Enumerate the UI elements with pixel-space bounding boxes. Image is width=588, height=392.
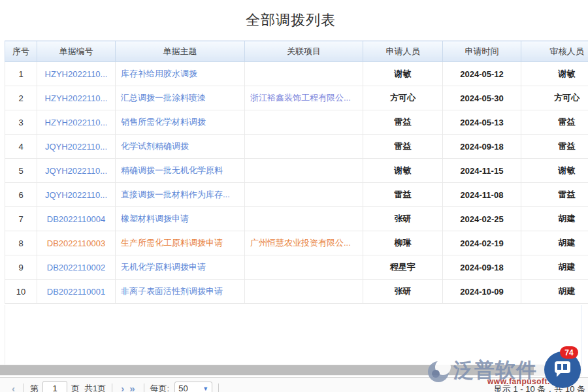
doc-code-link[interactable]: JQYH2022110... <box>45 166 107 176</box>
row-index-cell: 4 <box>5 135 37 159</box>
doc-subject-link[interactable]: 无机化学原料调拨申请 <box>121 262 206 272</box>
doc-code-link[interactable]: HZYH2022110... <box>45 118 108 127</box>
row-index-cell: 3 <box>5 110 37 135</box>
apply-date-cell: 2024-05-13 <box>443 110 521 135</box>
apply-date-cell: 2024-11-08 <box>443 183 521 207</box>
row-index-cell: 1 <box>5 62 37 86</box>
reviewer-cell: 谢敏 <box>521 159 588 183</box>
doc-subject-link[interactable]: 精确调拨一批无机化学原料 <box>121 165 223 175</box>
doc-code-link[interactable]: JQYH2022110... <box>45 190 107 200</box>
col-header-reviewer[interactable]: 审核人员 <box>521 41 588 62</box>
transfer-list-page: 全部调拨列表 序号 单据编号 单据主题 关联项目 申请人员 申请时间 审核人员 … <box>0 0 588 392</box>
row-index-cell: 10 <box>5 280 37 304</box>
row-index-cell: 2 <box>5 86 37 110</box>
reviewer-cell: 胡建 <box>521 231 588 255</box>
table-row: 7 DB2022110004 橡塑材料调拨申请 张研 2024-02-25 胡建 <box>5 207 588 231</box>
apply-date-cell: 2024-11-15 <box>443 159 521 183</box>
transfer-table: 序号 单据编号 单据主题 关联项目 申请人员 申请时间 审核人员 1 HZYH2… <box>5 41 588 304</box>
row-index-cell: 9 <box>5 255 37 280</box>
doc-subject-link[interactable]: 非离子表面活性剂调拨申请 <box>121 286 223 296</box>
next-page-button[interactable]: › <box>121 384 124 392</box>
table-row: 10 DB2022110001 非离子表面活性剂调拨申请 张研 2024-10-… <box>5 280 588 304</box>
fanpu-logo-icon <box>426 359 451 384</box>
table-row: 3 HZYH2022110... 销售所需化学材料调拨 雷益 2024-05-1… <box>5 110 588 135</box>
reviewer-cell: 胡建 <box>521 255 588 280</box>
doc-code-link[interactable]: DB2022110003 <box>47 238 105 248</box>
reviewer-cell: 雷益 <box>521 135 588 159</box>
col-header-doc-code[interactable]: 单据编号 <box>37 41 116 62</box>
divider <box>112 384 112 392</box>
applicant-cell: 谢敏 <box>363 62 443 86</box>
apply-date-cell: 2024-05-12 <box>443 62 521 86</box>
applicant-cell: 张研 <box>363 280 443 304</box>
table-header-row: 序号 单据编号 单据主题 关联项目 申请人员 申请时间 审核人员 <box>5 41 588 62</box>
row-index-cell: 7 <box>5 207 37 231</box>
page-size-label: 每页: <box>150 383 170 392</box>
grid-right-border <box>581 305 581 365</box>
page-label-prefix: 第 <box>30 383 39 392</box>
row-index-cell: 6 <box>5 183 37 207</box>
applicant-cell: 程星宇 <box>363 255 443 280</box>
divider <box>144 384 144 392</box>
apply-date-cell: 2024-05-30 <box>443 86 521 110</box>
doc-code-link[interactable]: JQYH2022110... <box>45 142 107 152</box>
apply-date-cell: 2024-09-18 <box>443 255 521 280</box>
doc-subject-link[interactable]: 汇总调拨一批涂料喷漆 <box>121 93 206 103</box>
notification-badge: 74 <box>560 346 578 359</box>
reviewer-cell: 胡建 <box>521 280 588 304</box>
doc-code-link[interactable]: DB2022110002 <box>47 263 105 272</box>
prev-page-button[interactable]: ‹ <box>12 384 15 392</box>
apply-date-cell: 2024-09-18 <box>443 135 521 159</box>
chat-bubble-icon <box>555 361 570 373</box>
last-page-button[interactable]: » <box>129 384 135 392</box>
reviewer-cell: 方可心 <box>521 86 588 110</box>
applicant-cell: 柳琳 <box>363 231 443 255</box>
doc-subject-link[interactable]: 化学试剂精确调拨 <box>121 141 189 151</box>
table-row: 6 JQYH2022110... 直接调拨一批材料作为库存... 雷益 2024… <box>5 183 588 207</box>
doc-code-link[interactable]: HZYH2022110... <box>45 93 108 103</box>
total-pages-label: 共1页 <box>84 383 106 392</box>
page-label-suffix: 页 <box>71 383 80 392</box>
applicant-cell: 方可心 <box>363 86 443 110</box>
applicant-cell: 雷益 <box>363 110 443 135</box>
doc-subject-link[interactable]: 橡塑材料调拨申请 <box>121 214 189 223</box>
reviewer-cell: 雷益 <box>521 110 588 135</box>
chevron-down-icon: ▼ <box>203 385 208 392</box>
page-title: 全部调拨列表 <box>0 10 581 30</box>
divider <box>24 384 24 392</box>
doc-subject-link[interactable]: 库存补给用胶水调拨 <box>121 69 197 78</box>
apply-date-cell: 2024-02-19 <box>443 231 521 255</box>
project-link[interactable]: 浙江裕鑫装饰工程有限公... <box>250 93 351 103</box>
applicant-cell: 张研 <box>363 207 443 231</box>
reviewer-cell: 雷益 <box>521 183 588 207</box>
table-row: 1 HZYH2022110... 库存补给用胶水调拨 谢敏 2024-05-12… <box>5 62 588 86</box>
table-row: 4 JQYH2022110... 化学试剂精确调拨 雷益 2024-09-18 … <box>5 135 588 159</box>
col-header-apply-date[interactable]: 申请时间 <box>443 41 521 62</box>
doc-code-link[interactable]: DB2022110004 <box>47 214 105 224</box>
row-index-cell: 5 <box>5 159 37 183</box>
reviewer-cell: 胡建 <box>521 207 588 231</box>
table-row: 8 DB2022110003 生产所需化工原料调拨申请 广州恒慧农业投资有限公.… <box>5 231 588 255</box>
page-size-value: 50 <box>178 384 188 392</box>
doc-code-link[interactable]: DB2022110001 <box>47 287 105 297</box>
col-header-index[interactable]: 序号 <box>5 41 37 62</box>
divider <box>218 384 219 392</box>
page-size-select[interactable]: 50 ▼ <box>174 382 212 392</box>
row-index-cell: 8 <box>5 231 37 255</box>
table-row: 2 HZYH2022110... 汇总调拨一批涂料喷漆 浙江裕鑫装饰工程有限公.… <box>5 86 588 110</box>
applicant-cell: 雷益 <box>363 183 443 207</box>
doc-subject-link[interactable]: 销售所需化学材料调拨 <box>121 117 206 127</box>
applicant-cell: 谢敏 <box>363 159 443 183</box>
table-row: 9 DB2022110002 无机化学原料调拨申请 程星宇 2024-09-18… <box>5 255 588 280</box>
doc-subject-link[interactable]: 生产所需化工原料调拨申请 <box>121 238 223 248</box>
col-header-applicant[interactable]: 申请人员 <box>363 41 443 62</box>
doc-subject-link[interactable]: 直接调拨一批材料作为库存... <box>121 189 230 199</box>
project-link[interactable]: 广州恒慧农业投资有限公... <box>250 238 351 248</box>
page-number-input[interactable] <box>42 381 67 392</box>
reviewer-cell: 谢敏 <box>521 62 588 86</box>
col-header-doc-subject[interactable]: 单据主题 <box>116 41 245 62</box>
table-row: 5 JQYH2022110... 精确调拨一批无机化学原料 谢敏 2024-11… <box>5 159 588 183</box>
doc-code-link[interactable]: HZYH2022110... <box>45 69 108 79</box>
col-header-project[interactable]: 关联项目 <box>245 41 363 62</box>
applicant-cell: 雷益 <box>363 135 443 159</box>
